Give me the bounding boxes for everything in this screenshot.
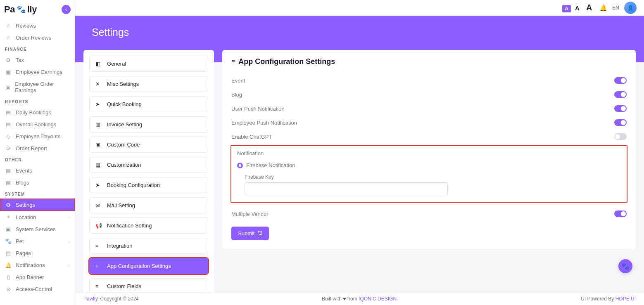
sidebar-item-overall-bookings[interactable]: ▤Overall Bookings [0,118,75,130]
tab-label: Custom Code [107,142,140,148]
tab-custom-code[interactable]: ▣Custom Code [89,137,208,153]
sidebar-item-location[interactable]: ⌖Location› [0,211,75,223]
font-size-large[interactable]: A [584,2,594,13]
bell-icon[interactable]: 🔔 [599,4,607,12]
nav-label: Location [16,214,36,220]
nav-label: Daily Bookings [16,109,51,116]
tab-misc-settings[interactable]: ✕Misc Settings [89,76,208,92]
config-toggle-row: Employee Push Notification [231,116,627,130]
nav-icon: 🐾 [5,238,12,244]
sidebar-item-employee-earnings[interactable]: ▣Employee Earnings [0,66,75,78]
multiple-vendor-toggle[interactable] [614,210,627,217]
sidebar-item-employee-payouts[interactable]: ◇Employee Payouts [0,130,75,142]
tab-invoice-setting[interactable]: ▥Invoice Setting [89,116,208,132]
tab-mail-setting[interactable]: ✉Mail Setting [89,197,208,213]
font-size-medium[interactable]: A [573,4,582,12]
toggle-label: Employee Push Notification [231,120,297,126]
tab-booking-configuration[interactable]: ➤Booking Configuration [89,177,208,193]
sidebar-item-daily-bookings[interactable]: ▤Daily Bookings [0,106,75,118]
sidebar: Pa🐾lly ‹ ☆Reviews☆Order ReviewsFINANCE⚙T… [0,0,75,305]
tab-label: Misc Settings [107,81,139,87]
sidebar-collapse-button[interactable]: ‹ [62,5,71,14]
fab-button[interactable]: 🐾 [618,259,632,273]
nav-icon: ▤ [5,168,12,174]
sidebar-item-system-services[interactable]: ▣System Services [0,223,75,235]
sidebar-item-order-reviews[interactable]: ☆Order Reviews [0,32,75,44]
tab-label: Quick Booking [107,101,142,107]
tab-quick-booking[interactable]: ➤Quick Booking [89,96,208,112]
nav-label: Events [16,168,32,174]
nav-icon: 🔔 [5,262,12,268]
sidebar-item-settings[interactable]: ⚙Settings [0,199,75,211]
tab-general[interactable]: ◧General [89,56,208,72]
sidebar-item-notifications[interactable]: 🔔Notifications› [0,259,75,271]
firebase-notification-label: Firebase Notification [246,162,295,168]
sidebar-item-access-control[interactable]: ⊘Access-Control [0,283,75,295]
iqonic-link[interactable]: IQONIC DESIGN. [359,296,398,302]
sidebar-item-events[interactable]: ▤Events [0,165,75,177]
employee-push-notification-toggle[interactable] [614,119,627,126]
notification-section-label: Notification [237,150,621,156]
nav-icon: ⚙ [5,202,12,208]
tab-label: Invoice Setting [107,121,142,128]
sidebar-item-employee-order-earnings[interactable]: ▣Employee Order Earnings [0,78,75,96]
nav-section-title: SYSTEM [0,189,75,199]
save-icon: 🖫 [257,230,262,236]
sidebar-item-pages[interactable]: ▤Pages [0,247,75,259]
submit-button[interactable]: Submit 🖫 [231,227,269,240]
tab-label: Notification Setting [107,222,152,229]
tab-integration[interactable]: ≡Integration [89,238,208,254]
nav-icon: ⊘ [5,286,12,292]
brand-logo[interactable]: Pa🐾lly [4,4,37,15]
tab-custom-fields[interactable]: ≡Custom Fields [89,278,208,292]
sliders-icon: ≡ [231,58,235,66]
tab-icon: 📢 [95,222,102,229]
tab-icon: ✕ [95,81,102,87]
nav-icon: ▤ [5,250,12,256]
nav-label: Pages [16,250,31,256]
config-toggle-row: Multiple Vendor [231,207,627,221]
nav-icon: ▤ [5,180,12,186]
language-selector[interactable]: EN [612,5,619,11]
tab-customization[interactable]: ▤Customization [89,157,208,173]
font-size-small[interactable]: A [562,5,571,12]
paw-icon: 🐾 [621,262,630,270]
notification-highlight-box: Notification Firebase Notification Fireb… [231,145,627,203]
tab-notification-setting[interactable]: 📢Notification Setting [89,218,208,234]
nav-icon: ⌖ [5,214,12,220]
toggle-label: Multiple Vendor [231,211,269,217]
sidebar-item-reviews[interactable]: ☆Reviews [0,20,75,32]
firebase-notification-radio[interactable] [237,163,243,168]
nav-icon: ▣ [5,84,11,90]
firebase-key-input[interactable] [245,182,448,195]
blog-toggle[interactable] [614,91,627,98]
sidebar-item-pet[interactable]: 🐾Pet› [0,235,75,247]
nav-section-title: FINANCE [0,44,75,54]
sidebar-item-app-banner[interactable]: ▯App Banner [0,271,75,283]
user-avatar[interactable]: 👤 [624,2,637,14]
toggle-label: Event [231,78,245,84]
tab-label: Custom Fields [107,283,141,289]
tab-icon: ➤ [95,101,102,107]
nav-label: Tax [16,57,24,63]
enable-chatgpt-toggle[interactable] [614,133,627,140]
tab-label: Booking Configuration [107,182,160,188]
nav-icon: ⚙ [5,57,12,63]
nav-label: Blogs [16,180,29,186]
nav-label: Notifications [16,262,45,268]
hopeui-link[interactable]: HOPE UI [615,296,636,302]
tab-app-configuration-settings[interactable]: ≡App Configuration Settings [89,258,208,274]
config-panel-title: ≡ App Configuration Settings [231,57,627,66]
toggle-label: User Push Notification [231,106,285,112]
sidebar-item-blogs[interactable]: ▤Blogs [0,177,75,189]
chevron-right-icon: › [68,239,70,244]
tab-icon: ≡ [95,263,102,269]
nav-icon: ⟳ [5,145,12,151]
nav-icon: ▤ [5,121,12,128]
event-toggle[interactable] [614,77,627,84]
sidebar-item-tax[interactable]: ⚙Tax [0,54,75,66]
sidebar-item-order-report[interactable]: ⟳Order Report [0,142,75,154]
nav-label: Employee Payouts [16,133,60,139]
user-push-notification-toggle[interactable] [614,105,627,112]
footer-brand-link[interactable]: Pawlly [83,296,97,302]
